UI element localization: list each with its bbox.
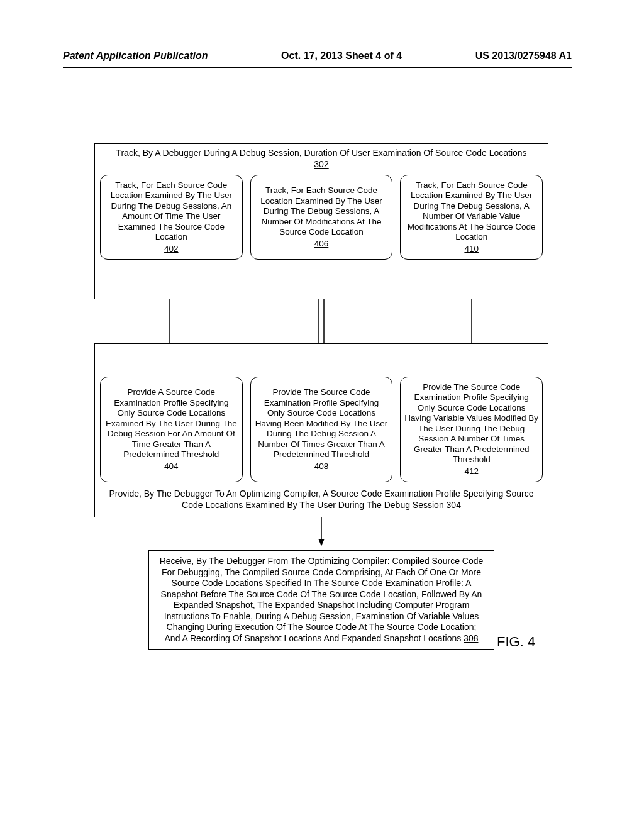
page-header: Patent Application Publication Oct. 17, … <box>0 50 644 62</box>
box-304: Provide A Source Code Examination Profil… <box>94 343 548 517</box>
box-308-text: Receive, By The Debugger From The Optimi… <box>160 556 484 643</box>
box-404: Provide A Source Code Examination Profil… <box>100 377 243 482</box>
box-308-ref: 308 <box>464 633 478 643</box>
header-left: Patent Application Publication <box>63 50 208 62</box>
box-410: Track, For Each Source Code Location Exa… <box>400 175 543 260</box>
box-302-ref: 302 <box>314 159 328 169</box>
row-302-children: Track, For Each Source Code Location Exa… <box>100 175 543 260</box>
box-308: Receive, By The Debugger From The Optimi… <box>148 550 494 650</box>
box-408-ref: 408 <box>255 462 389 472</box>
box-302-title: Track, By A Debugger During A Debug Sess… <box>100 148 543 170</box>
box-408-text: Provide The Source Code Examination Prof… <box>255 387 389 460</box>
box-406: Track, For Each Source Code Location Exa… <box>250 175 393 260</box>
box-302-text: Track, By A Debugger During A Debug Sess… <box>116 148 526 158</box>
box-304-text: Provide, By The Debugger To An Optimizin… <box>109 489 534 510</box>
box-408: Provide The Source Code Examination Prof… <box>250 377 393 482</box>
arrow-304-to-308 <box>94 517 548 550</box>
figure-label: FIG. 4 <box>497 634 535 650</box>
box-410-ref: 410 <box>404 244 538 254</box>
box-412-ref: 412 <box>404 467 538 477</box>
box-302: Track, By A Debugger During A Debug Sess… <box>94 143 548 299</box>
flowchart: Track, By A Debugger During A Debug Sess… <box>94 143 548 650</box>
box-402-ref: 402 <box>104 244 238 254</box>
header-mid: Oct. 17, 2013 Sheet 4 of 4 <box>281 50 402 62</box>
box-404-text: Provide A Source Code Examination Profil… <box>104 387 238 460</box>
box-304-title: Provide, By The Debugger To An Optimizin… <box>100 489 543 511</box>
header-right: US 2013/0275948 A1 <box>475 50 572 62</box>
box-412: Provide The Source Code Examination Prof… <box>400 377 543 482</box>
box-412-text: Provide The Source Code Examination Prof… <box>404 382 538 465</box>
header-rule <box>63 67 572 68</box>
box-406-ref: 406 <box>255 239 389 249</box>
gap-1 <box>94 299 548 343</box>
gap-2 <box>94 517 548 550</box>
row-304-children: Provide A Source Code Examination Profil… <box>100 377 543 482</box>
box-406-text: Track, For Each Source Code Location Exa… <box>255 185 389 237</box>
box-404-ref: 404 <box>104 462 238 472</box>
box-402-text: Track, For Each Source Code Location Exa… <box>104 180 238 243</box>
box-410-text: Track, For Each Source Code Location Exa… <box>404 180 538 243</box>
box-402: Track, For Each Source Code Location Exa… <box>100 175 243 260</box>
arrows-302-to-304 <box>94 299 548 343</box>
box-304-ref: 304 <box>447 500 461 510</box>
